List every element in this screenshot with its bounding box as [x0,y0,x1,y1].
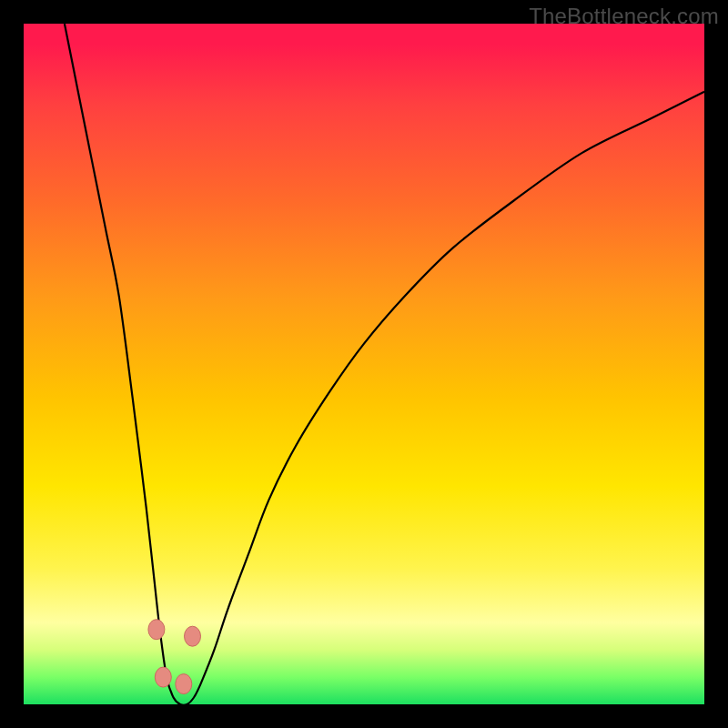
bottleneck-curve-svg [24,24,704,704]
curve-marker [155,667,171,687]
curve-markers [148,620,201,694]
curve-marker [185,626,201,646]
chart-plot-area [24,24,704,704]
curve-marker [176,674,192,694]
curve-marker [148,620,165,640]
watermark-text: TheBottleneck.com [529,4,719,29]
bottleneck-curve-path [65,24,704,704]
